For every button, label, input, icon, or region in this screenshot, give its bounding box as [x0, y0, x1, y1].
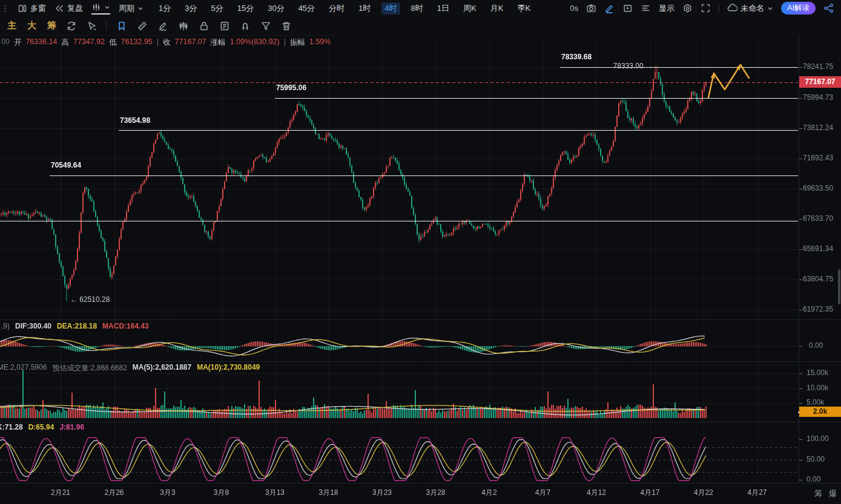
display-button[interactable]: 显示 [659, 3, 674, 14]
timeframe-周K[interactable]: 周K [460, 2, 480, 15]
date-label: 4月12 [581, 488, 612, 498]
ai-interpret-button[interactable]: AI解读 [781, 2, 816, 15]
volume-header: ME:2,027.5906 预估成交量:2,868.6682 MA(5):2,6… [0, 363, 260, 373]
volume-axis-label: 10.00k [806, 384, 841, 392]
volume-axis-label: 15.00k [806, 368, 841, 377]
cursor-brush-icon[interactable] [87, 21, 97, 31]
level-label: 75995.06 [276, 83, 306, 92]
note-edit-icon[interactable] [219, 21, 230, 31]
replay-label: 复盘 [67, 3, 83, 14]
date-label: 3月18 [313, 488, 345, 498]
chips-tab-button[interactable]: 筹 [814, 488, 822, 499]
fullscreen-icon[interactable] [701, 3, 711, 13]
chart-type-button[interactable] [91, 2, 110, 15]
candle-type-icon [91, 2, 101, 12]
close-label: 收 [163, 38, 171, 48]
timeframe-list: 1分3分5分15分30分45分分时1时4时8时1日周K月K季K [156, 2, 533, 15]
chevron-down-icon [137, 5, 143, 11]
ruler-icon[interactable] [137, 21, 148, 31]
volume-axis-label: 5.00k [806, 398, 841, 407]
filter-icon[interactable] [260, 21, 271, 31]
amplitude-label: 振幅 [290, 38, 305, 48]
date-label: 4月7 [527, 488, 559, 498]
period-label: 周期 [119, 3, 134, 14]
kdj-header: K:71.28 D:65.94 J:81.96 [0, 423, 84, 431]
trash-icon[interactable] [281, 21, 292, 31]
lock-icon[interactable] [199, 21, 209, 31]
price-axis-label: 78241.75 [803, 62, 839, 71]
dea-value: DEA:218.18 [57, 322, 97, 330]
volume-value: ME:2,027.5906 [0, 363, 47, 373]
est-volume-value: 预估成交量:2,868.6682 [52, 363, 127, 373]
chart-canvas[interactable] [0, 0, 841, 504]
change-value: 1.09%(830.92) [230, 38, 280, 48]
timeframe-45分[interactable]: 45分 [295, 2, 318, 15]
current-price-badge: 77167.07 [799, 76, 841, 88]
pencil-wave-icon[interactable] [157, 21, 168, 31]
price-axis-label: 75994.73 [803, 93, 839, 102]
multi-window-icon [18, 4, 27, 13]
cloud-icon [727, 3, 737, 13]
level-label: 70549.64 [51, 161, 81, 169]
divider [106, 22, 107, 30]
multi-window-label: 多窗 [30, 3, 46, 14]
timeframe-月K[interactable]: 月K [487, 2, 507, 15]
date-label: 3月13 [259, 488, 291, 498]
draw-pencil-icon[interactable] [604, 3, 615, 13]
date-label: 3月28 [420, 488, 452, 498]
macd-header: ,9) DIF:300.40 DEA:218.18 MACD:164.43 [1, 322, 149, 330]
camera-icon[interactable] [586, 3, 596, 13]
magnet-icon[interactable] [240, 21, 251, 31]
main-chart-button[interactable]: 主 [7, 20, 16, 31]
date-label: 4月17 [635, 488, 666, 498]
open-value: 76336.14 [25, 38, 57, 48]
vol-ma10-value: MA(10):2,730.8049 [197, 363, 260, 373]
kline-draw-icon[interactable] [178, 21, 189, 31]
kdj-axis-label: 100.00 [806, 434, 841, 443]
date-label: 3月3 [152, 488, 183, 498]
timeframe-5分[interactable]: 5分 [208, 2, 226, 15]
multi-window-button[interactable]: 多窗 [18, 3, 46, 14]
timeframe-1时[interactable]: 1时 [355, 2, 374, 15]
doc-name-label: 未命名 [740, 3, 764, 14]
high-label: 高 [62, 38, 70, 48]
change-label: 涨幅 [211, 38, 226, 48]
period-dropdown[interactable]: 周期 [119, 3, 143, 14]
date-label: 4月2 [473, 488, 505, 498]
timeframe-4时[interactable]: 4时 [381, 2, 400, 15]
j-value: J:81.96 [59, 423, 84, 431]
burst-tab-button[interactable]: 爆 [829, 488, 837, 499]
volume-badge: 2.0k [799, 407, 841, 417]
high-price-callout: 78333.00 → [609, 62, 653, 70]
share-icon[interactable] [823, 3, 834, 13]
replay-icon [54, 4, 64, 13]
date-label: 4月22 [688, 488, 719, 498]
k-value: K:71.28 [0, 423, 23, 431]
high-value: 77347.92 [73, 38, 105, 48]
timeframe-分时[interactable]: 分时 [326, 2, 348, 15]
ohlc-info: 00 开76336.14 高77347.92 低76132.95 | 收7716… [1, 38, 331, 48]
timeframe-30分[interactable]: 30分 [265, 2, 287, 15]
drawing-toolbar: 主 大 筹 [0, 16, 841, 36]
chips-button[interactable]: 筹 [47, 20, 56, 31]
timeframe-3分[interactable]: 3分 [182, 2, 200, 15]
replay-button[interactable]: 复盘 [54, 3, 83, 14]
d-value: D:65.94 [28, 423, 54, 431]
timeframe-1日[interactable]: 1日 [434, 2, 452, 15]
timeframe-季K[interactable]: 季K [514, 2, 533, 15]
close-value: 77167.07 [175, 38, 206, 48]
timer-label: 0s [570, 4, 578, 13]
bookmark-icon[interactable] [116, 21, 127, 31]
auto-draw-icon[interactable] [66, 21, 77, 31]
overflow-dots-icon[interactable]: ⋮ [1, 4, 9, 13]
timeframe-15分[interactable]: 15分 [234, 2, 257, 15]
new-window-icon[interactable] [622, 3, 633, 13]
chevron-down-icon [767, 5, 773, 11]
large-chart-button[interactable]: 大 [27, 20, 36, 31]
settings-icon[interactable] [682, 3, 693, 13]
timeframe-1分[interactable]: 1分 [156, 2, 174, 15]
list-icon[interactable] [641, 3, 651, 13]
doc-name-dropdown[interactable]: 未命名 [727, 3, 773, 14]
timeframe-8时[interactable]: 8时 [408, 2, 426, 15]
scrollbar-thumb[interactable] [838, 269, 840, 304]
